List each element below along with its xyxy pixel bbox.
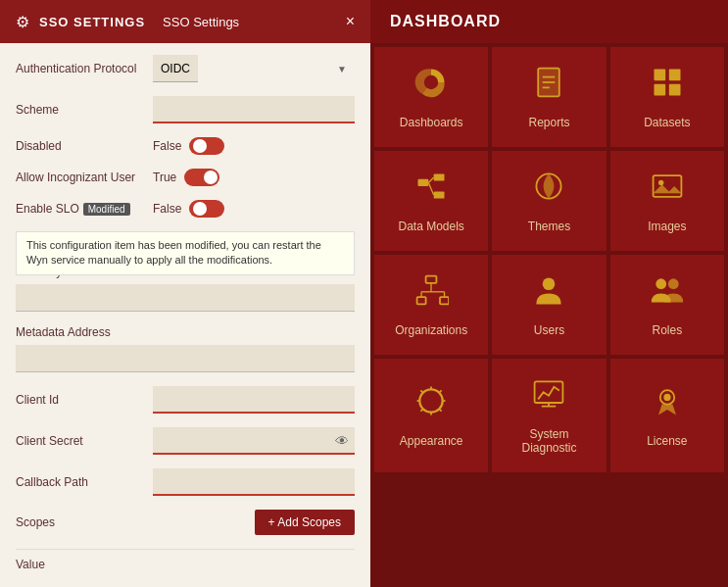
datasets-label: Datasets [644,116,690,129]
client-secret-wrapper: 👁 [153,427,355,455]
roles-icon [650,272,685,316]
sso-header: ⚙ SSO SETTINGS SSO Settings × [0,0,370,43]
dashboard-item-appearance[interactable]: Appearance [374,359,488,472]
svg-line-13 [428,177,433,182]
dashboard-header: DASHBOARD [370,0,728,43]
dashboard-item-themes[interactable]: Themes [492,151,606,251]
scopes-row: Scopes + Add Scopes [16,510,355,535]
appearance-label: Appearance [400,434,463,448]
disabled-toggle[interactable] [189,137,224,155]
enable-slo-toggle[interactable] [189,200,224,218]
svg-rect-6 [654,70,665,81]
auth-protocol-select[interactable]: OIDC [153,55,198,82]
users-icon [531,272,566,316]
allow-incognizant-value: True [153,171,176,184]
organizations-label: Organizations [395,323,467,337]
svg-rect-11 [434,173,445,180]
enable-slo-value: False [153,202,181,216]
svg-rect-12 [434,191,445,198]
disabled-label: Disabled [16,139,153,153]
disabled-value: False [153,139,181,153]
eye-icon[interactable]: 👁 [335,433,349,449]
images-icon [650,169,685,212]
dashboard-panel: DASHBOARD Dashboards [370,0,728,587]
svg-point-26 [655,278,666,289]
dashboard-title: DASHBOARD [390,13,501,30]
svg-line-35 [440,390,442,392]
dashboard-item-reports[interactable]: Reports [492,47,606,147]
metadata-section: Metadata Address [16,325,355,386]
enable-slo-row: Enable SLO Modified False This configura… [16,200,355,218]
users-label: Users [534,323,564,337]
add-scopes-button[interactable]: + Add Scopes [255,510,355,535]
svg-rect-9 [669,84,681,96]
svg-point-28 [419,389,442,412]
callback-path-input[interactable] [153,468,355,496]
metadata-label: Metadata Address [16,325,355,339]
scopes-label: Scopes [16,515,153,529]
svg-line-34 [440,410,442,412]
svg-point-17 [658,180,663,185]
modified-badge: Modified [83,203,130,216]
client-id-label: Client Id [16,393,153,407]
dashboard-item-dashboards[interactable]: Dashboards [374,47,488,147]
themes-label: Themes [528,220,570,233]
svg-rect-18 [426,276,437,283]
client-secret-row: Client Secret 👁 [16,427,355,455]
svg-line-33 [421,390,423,392]
images-label: Images [648,220,686,233]
data-models-label: Data Models [398,220,463,233]
svg-rect-19 [417,297,426,304]
svg-line-14 [428,182,433,195]
data-models-icon [413,169,449,212]
authority-input[interactable] [16,284,355,312]
dashboard-item-images[interactable]: Images [610,151,724,251]
allow-incognizant-toggle-container: True [153,169,219,186]
disabled-toggle-container: False [153,137,224,155]
dashboard-item-datasets[interactable]: Datasets [610,47,724,147]
reports-icon [531,65,566,108]
dashboard-item-organizations[interactable]: Organizations [374,255,488,355]
svg-rect-16 [653,175,681,197]
dashboard-item-data-models[interactable]: Data Models [374,151,488,251]
callback-path-label: Callback Path [16,475,153,489]
sso-subtitle: SSO Settings [163,15,239,29]
sso-icon: ⚙ [16,13,29,31]
client-id-input[interactable] [153,386,355,414]
value-section: Value [16,549,355,571]
scheme-input[interactable] [153,96,355,123]
svg-point-27 [668,278,679,289]
svg-line-36 [421,410,423,412]
dashboard-item-license[interactable]: License [610,359,724,472]
svg-rect-8 [654,84,665,96]
client-secret-input[interactable] [153,427,355,455]
scheme-label: Scheme [16,103,153,117]
allow-incognizant-toggle[interactable] [184,169,219,186]
dashboard-item-roles[interactable]: Roles [610,255,724,355]
disabled-row: Disabled False [16,137,355,155]
sso-title: SSO SETTINGS [39,15,145,29]
diagnostic-icon [531,376,566,419]
dashboard-item-users[interactable]: Users [492,255,606,355]
dashboards-label: Dashboards [400,116,463,129]
auth-protocol-row: Authentication Protocol OIDC [16,55,355,82]
allow-incognizant-row: Allow Incognizant User True [16,169,355,186]
svg-point-0 [424,75,438,89]
auth-protocol-label: Authentication Protocol [16,62,153,75]
enable-slo-label-container: Enable SLO Modified [16,202,153,216]
system-diagnostic-label: System Diagnostic [502,427,596,455]
pie-chart-icon [413,65,449,108]
value-label: Value [16,558,45,571]
enable-slo-toggle-container: False [153,200,224,218]
close-button[interactable]: × [346,13,355,30]
allow-incognizant-label: Allow Incognizant User [16,171,153,184]
organizations-icon [413,272,449,316]
license-icon [650,383,685,426]
metadata-input[interactable] [16,345,355,372]
datasets-icon [650,65,685,108]
themes-icon [531,169,566,212]
appearance-icon [413,383,449,426]
dashboard-item-system-diagnostic[interactable]: System Diagnostic [492,359,606,472]
sso-settings-panel: ⚙ SSO SETTINGS SSO Settings × Authentica… [0,0,370,587]
scheme-row: Scheme [16,96,355,123]
